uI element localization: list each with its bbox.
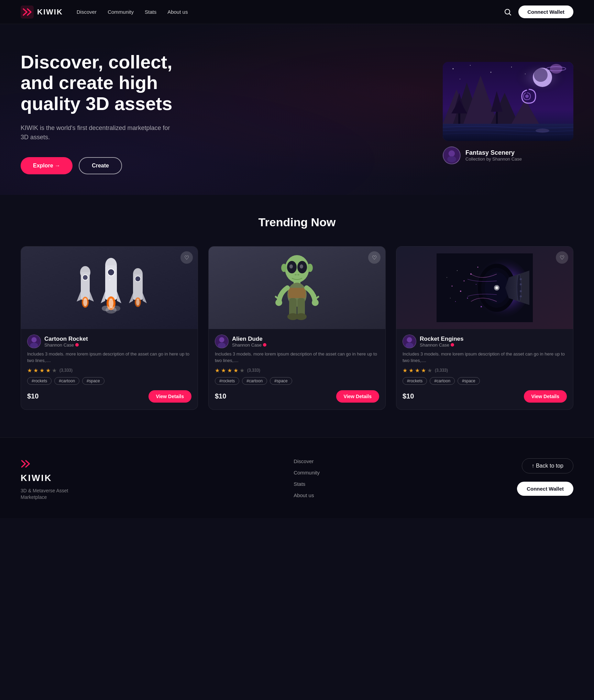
svg-point-5 (534, 68, 548, 82)
svg-point-65 (281, 264, 287, 272)
footer-link-community[interactable]: Community (294, 470, 320, 475)
svg-point-102 (517, 274, 521, 302)
svg-point-99 (477, 267, 478, 268)
card-image-engines (396, 247, 573, 329)
svg-point-81 (296, 313, 307, 320)
card-rocket-engines: ♡ Rocket Engines Shannon Case (396, 246, 573, 409)
svg-point-26 (536, 129, 549, 133)
hero-title: Discover, collect, and create high quali… (21, 52, 206, 114)
card-author-row-2: Rocket Engines Shannon Case (403, 335, 567, 348)
collection-by: Collection by Shannon Case (465, 156, 522, 162)
card-author-name-2: Shannon Case (420, 342, 464, 348)
card-author-text-0: Cartoon Rocket Shannon Case (44, 336, 88, 348)
footer-link-discover[interactable]: Discover (294, 458, 320, 464)
svg-point-56 (31, 337, 36, 342)
hero-image-placeholder (443, 62, 573, 141)
svg-point-47 (112, 306, 120, 311)
trending-title: Trending Now (21, 216, 573, 229)
logo[interactable]: KIWIK (21, 6, 63, 19)
tag-2-0[interactable]: #rockets (403, 377, 427, 385)
navigation: KIWIK Discover Community Stats About us … (0, 0, 594, 24)
card-title-0: Cartoon Rocket (44, 336, 88, 342)
trending-section: Trending Now (0, 195, 594, 437)
view-details-button-1[interactable]: View Details (336, 390, 379, 403)
svg-text:✦: ✦ (108, 278, 111, 282)
card-footer-0: $10 View Details (27, 390, 191, 403)
card-body-0: Cartoon Rocket Shannon Case Includes 3 m… (21, 329, 198, 409)
nav-actions: Connect Wallet (504, 6, 573, 18)
collection-info: Fantasy Scenery Collection by Shannon Ca… (443, 146, 573, 164)
svg-point-9 (470, 65, 471, 66)
footer-link-stats[interactable]: Stats (294, 481, 320, 487)
nav-community[interactable]: Community (108, 9, 134, 15)
search-icon (504, 8, 512, 16)
footer-connect-wallet-button[interactable]: Connect Wallet (517, 482, 573, 496)
nav-discover[interactable]: Discover (77, 9, 97, 15)
card-cartoon-rocket: ✦ (21, 246, 198, 409)
card-body-1: Alien Dude Shannon Case Includes 3 model… (209, 329, 385, 409)
view-details-button-2[interactable]: View Details (524, 390, 567, 403)
footer: KIWIK 3D & Metaverse AssetMarketplace Di… (0, 437, 594, 518)
card-title-2: Rocket Engines (420, 336, 464, 342)
footer-right: ↑ Back to top Connect Wallet (517, 458, 573, 496)
tag-2-1[interactable]: #cartoon (430, 377, 455, 385)
tag-0-1[interactable]: #cartoon (54, 377, 79, 385)
tag-0-0[interactable]: #rockets (27, 377, 52, 385)
footer-link-about[interactable]: About us (294, 492, 320, 498)
card-author-row-1: Alien Dude Shannon Case (215, 335, 379, 348)
tag-1-2[interactable]: #space (270, 377, 292, 385)
card-tags-0: #rockets #cartoon #space (27, 377, 191, 385)
avatar-svg-0 (28, 335, 41, 348)
footer-links: Discover Community Stats About us (294, 458, 320, 498)
nav-links: Discover Community Stats About us (77, 9, 504, 15)
verified-badge-2 (451, 343, 454, 347)
back-to-top-button[interactable]: ↑ Back to top (522, 458, 574, 473)
card-footer-2: $10 View Details (403, 390, 567, 403)
card-image-wrapper-0: ✦ (21, 247, 198, 329)
svg-point-110 (407, 337, 412, 342)
card-stars-0: ★ ★ ★ ★ ★ (3,333) (27, 367, 191, 374)
card-avatar-1 (215, 335, 229, 348)
svg-point-64 (297, 274, 299, 275)
tag-2-2[interactable]: #space (458, 377, 480, 385)
hero-featured: Fantasy Scenery Collection by Shannon Ca… (443, 62, 573, 164)
connect-wallet-button[interactable]: Connect Wallet (518, 6, 573, 18)
tag-1-1[interactable]: #cartoon (242, 377, 267, 385)
svg-point-71 (312, 299, 319, 306)
nav-stats[interactable]: Stats (145, 9, 156, 15)
card-body-2: Rocket Engines Shannon Case Includes 3 m… (396, 329, 573, 409)
create-button[interactable]: Create (79, 157, 122, 174)
hero-buttons: Explore → Create (21, 157, 422, 174)
svg-point-10 (491, 72, 492, 73)
collection-text: Fantasy Scenery Collection by Shannon Ca… (465, 149, 522, 162)
card-author-name-0: Shannon Case (44, 342, 88, 348)
card-description-1: Includes 3 models. more lorem ipsum desc… (215, 351, 379, 363)
svg-point-12 (525, 74, 526, 74)
svg-point-91 (464, 281, 465, 282)
rating-count-1: (3,333) (247, 368, 260, 373)
svg-point-94 (467, 298, 468, 299)
svg-point-103 (520, 278, 522, 280)
card-price-0: $10 (27, 392, 38, 400)
tag-0-2[interactable]: #space (82, 377, 104, 385)
card-author-text-2: Rocket Engines Shannon Case (420, 336, 464, 348)
card-description-2: Includes 3 models. more lorem ipsum desc… (403, 351, 567, 363)
collection-avatar (443, 146, 461, 164)
card-image-alien (209, 247, 385, 329)
svg-point-13 (460, 79, 460, 79)
hero-section: Discover, collect, and create high quali… (0, 24, 594, 195)
search-button[interactable] (504, 8, 512, 16)
avatar-svg-2 (403, 335, 416, 348)
svg-point-106 (520, 295, 522, 297)
tag-1-0[interactable]: #rockets (215, 377, 239, 385)
view-details-button-0[interactable]: View Details (148, 390, 191, 403)
footer-logo-icon (21, 458, 32, 469)
svg-point-93 (460, 291, 461, 292)
card-image-wrapper-2: ♡ (396, 247, 573, 329)
svg-point-62 (300, 264, 303, 269)
explore-button[interactable]: Explore → (21, 157, 73, 174)
card-image-wrapper-1: ♡ (209, 247, 385, 329)
nav-about[interactable]: About us (167, 9, 188, 15)
svg-point-92 (476, 284, 476, 285)
svg-point-28 (449, 150, 455, 156)
